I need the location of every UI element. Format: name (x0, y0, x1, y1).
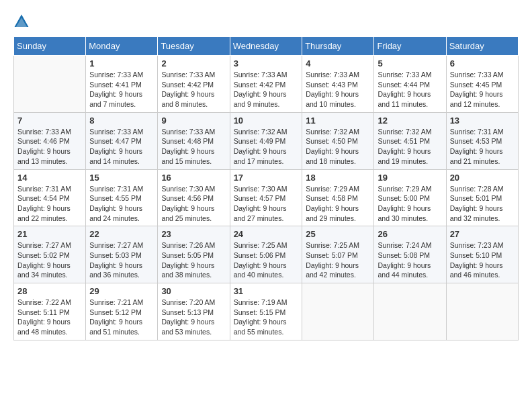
day-number: 28 (17, 286, 82, 296)
day-info: Sunrise: 7:27 AMSunset: 5:02 PMDaylight:… (17, 240, 82, 280)
day-info: Sunrise: 7:33 AMSunset: 4:42 PMDaylight:… (234, 70, 299, 109)
calendar-cell: 9 Sunrise: 7:33 AMSunset: 4:48 PMDayligh… (158, 112, 230, 169)
day-info: Sunrise: 7:26 AMSunset: 5:05 PMDaylight:… (161, 240, 226, 280)
calendar-cell: 27 Sunrise: 7:23 AMSunset: 5:10 PMDaylig… (446, 226, 518, 283)
calendar-cell: 17 Sunrise: 7:30 AMSunset: 4:57 PMDaylig… (230, 169, 302, 226)
day-number: 12 (378, 116, 442, 126)
day-number: 3 (234, 58, 299, 68)
calendar-cell: 28 Sunrise: 7:22 AMSunset: 5:11 PMDaylig… (14, 283, 86, 340)
day-info: Sunrise: 7:33 AMSunset: 4:43 PMDaylight:… (306, 70, 370, 109)
calendar-cell: 31 Sunrise: 7:19 AMSunset: 5:15 PMDaylig… (230, 283, 302, 340)
day-info: Sunrise: 7:33 AMSunset: 4:46 PMDaylight:… (17, 127, 82, 167)
calendar-cell: 25 Sunrise: 7:25 AMSunset: 5:07 PMDaylig… (302, 226, 374, 283)
day-number: 23 (161, 229, 226, 239)
day-info: Sunrise: 7:21 AMSunset: 5:12 PMDaylight:… (89, 298, 154, 337)
day-number: 26 (378, 229, 442, 239)
day-number: 30 (161, 286, 226, 296)
calendar-cell: 22 Sunrise: 7:27 AMSunset: 5:03 PMDaylig… (86, 226, 158, 283)
calendar-cell: 23 Sunrise: 7:26 AMSunset: 5:05 PMDaylig… (158, 226, 230, 283)
day-number: 2 (161, 58, 226, 68)
day-info: Sunrise: 7:31 AMSunset: 4:53 PMDaylight:… (450, 127, 515, 167)
day-info: Sunrise: 7:33 AMSunset: 4:47 PMDaylight:… (89, 127, 154, 167)
week-row-4: 28 Sunrise: 7:22 AMSunset: 5:11 PMDaylig… (14, 283, 519, 340)
day-number: 19 (378, 173, 442, 183)
day-number: 29 (89, 286, 154, 296)
day-number: 14 (17, 173, 82, 183)
day-info: Sunrise: 7:25 AMSunset: 5:07 PMDaylight:… (306, 240, 370, 280)
calendar-body: 1 Sunrise: 7:33 AMSunset: 4:41 PMDayligh… (14, 56, 519, 340)
day-info: Sunrise: 7:33 AMSunset: 4:45 PMDaylight:… (450, 70, 515, 109)
day-info: Sunrise: 7:32 AMSunset: 4:49 PMDaylight:… (234, 127, 299, 167)
day-number: 7 (17, 116, 82, 126)
calendar-cell: 30 Sunrise: 7:20 AMSunset: 5:13 PMDaylig… (158, 283, 230, 340)
day-number: 4 (306, 58, 370, 68)
day-number: 16 (161, 173, 226, 183)
day-number: 6 (450, 58, 515, 68)
header-day-wednesday: Wednesday (230, 37, 302, 56)
calendar-cell (374, 283, 446, 340)
day-number: 17 (234, 173, 299, 183)
calendar-cell: 15 Sunrise: 7:31 AMSunset: 4:55 PMDaylig… (86, 169, 158, 226)
header-day-saturday: Saturday (446, 37, 518, 56)
calendar-cell: 12 Sunrise: 7:32 AMSunset: 4:51 PMDaylig… (374, 112, 446, 169)
day-info: Sunrise: 7:29 AMSunset: 4:58 PMDaylight:… (306, 184, 370, 224)
day-number: 31 (234, 286, 299, 296)
day-number: 5 (378, 58, 442, 68)
week-row-1: 7 Sunrise: 7:33 AMSunset: 4:46 PMDayligh… (14, 112, 519, 169)
header-day-friday: Friday (374, 37, 446, 56)
header-day-sunday: Sunday (14, 37, 86, 56)
day-info: Sunrise: 7:20 AMSunset: 5:13 PMDaylight:… (161, 298, 226, 337)
header-day-tuesday: Tuesday (158, 37, 230, 56)
day-info: Sunrise: 7:23 AMSunset: 5:10 PMDaylight:… (450, 240, 515, 280)
day-number: 18 (306, 173, 370, 183)
day-info: Sunrise: 7:29 AMSunset: 5:00 PMDaylight:… (378, 184, 442, 224)
calendar-cell: 3 Sunrise: 7:33 AMSunset: 4:42 PMDayligh… (230, 56, 302, 113)
day-info: Sunrise: 7:31 AMSunset: 4:54 PMDaylight:… (17, 184, 82, 224)
calendar-cell (14, 56, 86, 113)
day-number: 25 (306, 229, 370, 239)
day-info: Sunrise: 7:25 AMSunset: 5:06 PMDaylight:… (234, 240, 299, 280)
logo (13, 13, 32, 30)
day-number: 22 (89, 229, 154, 239)
day-info: Sunrise: 7:32 AMSunset: 4:51 PMDaylight:… (378, 127, 442, 167)
calendar-cell: 24 Sunrise: 7:25 AMSunset: 5:06 PMDaylig… (230, 226, 302, 283)
day-info: Sunrise: 7:30 AMSunset: 4:56 PMDaylight:… (161, 184, 226, 224)
calendar-cell: 29 Sunrise: 7:21 AMSunset: 5:12 PMDaylig… (86, 283, 158, 340)
calendar-cell (446, 283, 518, 340)
day-info: Sunrise: 7:27 AMSunset: 5:03 PMDaylight:… (89, 240, 154, 280)
header-day-thursday: Thursday (302, 37, 374, 56)
week-row-2: 14 Sunrise: 7:31 AMSunset: 4:54 PMDaylig… (14, 169, 519, 226)
calendar-cell: 7 Sunrise: 7:33 AMSunset: 4:46 PMDayligh… (14, 112, 86, 169)
page-header (13, 13, 519, 30)
day-number: 13 (450, 116, 515, 126)
header-day-monday: Monday (86, 37, 158, 56)
calendar-cell (302, 283, 374, 340)
calendar-cell: 20 Sunrise: 7:28 AMSunset: 5:01 PMDaylig… (446, 169, 518, 226)
day-number: 1 (89, 58, 154, 68)
day-number: 8 (89, 116, 154, 126)
day-number: 15 (89, 173, 154, 183)
calendar-cell: 21 Sunrise: 7:27 AMSunset: 5:02 PMDaylig… (14, 226, 86, 283)
day-info: Sunrise: 7:28 AMSunset: 5:01 PMDaylight:… (450, 184, 515, 224)
calendar-cell: 19 Sunrise: 7:29 AMSunset: 5:00 PMDaylig… (374, 169, 446, 226)
calendar-cell: 8 Sunrise: 7:33 AMSunset: 4:47 PMDayligh… (86, 112, 158, 169)
calendar-cell: 11 Sunrise: 7:32 AMSunset: 4:50 PMDaylig… (302, 112, 374, 169)
day-info: Sunrise: 7:33 AMSunset: 4:42 PMDaylight:… (161, 70, 226, 109)
day-info: Sunrise: 7:33 AMSunset: 4:48 PMDaylight:… (161, 127, 226, 167)
calendar-table: SundayMondayTuesdayWednesdayThursdayFrid… (13, 36, 519, 340)
calendar-cell: 5 Sunrise: 7:33 AMSunset: 4:44 PMDayligh… (374, 56, 446, 113)
day-number: 9 (161, 116, 226, 126)
day-number: 21 (17, 229, 82, 239)
day-info: Sunrise: 7:32 AMSunset: 4:50 PMDaylight:… (306, 127, 370, 167)
day-info: Sunrise: 7:33 AMSunset: 4:44 PMDaylight:… (378, 70, 442, 109)
day-number: 24 (234, 229, 299, 239)
day-info: Sunrise: 7:22 AMSunset: 5:11 PMDaylight:… (17, 298, 82, 337)
week-row-0: 1 Sunrise: 7:33 AMSunset: 4:41 PMDayligh… (14, 56, 519, 113)
day-info: Sunrise: 7:19 AMSunset: 5:15 PMDaylight:… (234, 298, 299, 337)
header-row: SundayMondayTuesdayWednesdayThursdayFrid… (14, 37, 519, 56)
calendar-cell: 10 Sunrise: 7:32 AMSunset: 4:49 PMDaylig… (230, 112, 302, 169)
day-info: Sunrise: 7:24 AMSunset: 5:08 PMDaylight:… (378, 240, 442, 280)
calendar-cell: 18 Sunrise: 7:29 AMSunset: 4:58 PMDaylig… (302, 169, 374, 226)
day-number: 20 (450, 173, 515, 183)
day-number: 27 (450, 229, 515, 239)
